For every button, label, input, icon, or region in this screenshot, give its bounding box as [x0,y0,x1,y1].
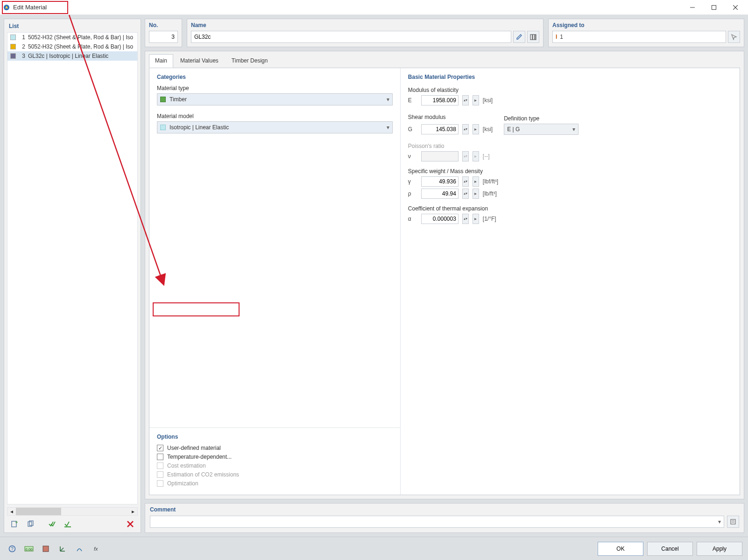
tab-main[interactable]: Main [149,54,173,68]
modulus-label: Modulus of elasticity [408,87,732,93]
delete-button[interactable] [124,518,137,530]
assigned-input[interactable]: I 1 [552,31,726,43]
tab-timber-design[interactable]: Timber Design [226,54,274,68]
properties-title: Basic Material Properties [408,74,732,80]
tool-button-1[interactable] [73,543,86,555]
no-input[interactable] [149,31,178,43]
svg-text:?: ? [11,546,14,552]
list-header: List [4,19,141,32]
next-icon[interactable]: ▸ [473,176,479,187]
swatch-icon [10,44,16,49]
no-field: No. [145,19,182,47]
checkbox-icon [157,462,163,469]
next-icon[interactable]: ▸ [473,214,479,224]
ok-button[interactable]: OK [598,542,643,556]
gamma-input[interactable] [421,176,459,187]
comment-edit-icon[interactable] [727,516,739,528]
swatch-icon [10,53,16,59]
alpha-input[interactable] [421,214,459,224]
checkbox-icon[interactable] [157,454,163,460]
edit-name-icon[interactable] [513,31,525,43]
list-item[interactable]: 3 GL32c | Isotropic | Linear Elastic [7,51,137,61]
option-user-defined[interactable]: User-defined material [157,445,393,451]
pick-assigned-icon[interactable] [728,31,740,43]
svg-rect-16 [731,519,735,524]
next-icon[interactable]: ▸ [473,189,479,199]
copy-item-button[interactable] [24,518,37,530]
checkbox-icon [157,471,163,478]
g-input[interactable] [421,124,459,134]
material-type-label: Material type [157,85,393,91]
spinner-icon: ▴▾ [462,151,469,161]
new-item-button[interactable] [8,518,21,530]
close-button[interactable] [725,0,746,15]
chevron-down-icon: ▾ [718,518,721,525]
list-item[interactable]: 2 5052-H32 (Sheet & Plate, Rod & Bar) | … [7,42,137,51]
cancel-button[interactable]: Cancel [647,542,693,556]
material-model-select[interactable]: Isotropic | Linear Elastic ▾ [157,121,393,133]
list-toolbar [4,516,141,532]
svg-text:0,00: 0,00 [25,547,33,552]
name-field: Name [187,19,543,47]
check-all-button[interactable] [61,518,74,530]
scroll-right-icon[interactable]: ▸ [129,508,137,515]
checkbox-icon[interactable] [157,445,163,451]
list-item[interactable]: 1 5052-H32 (Sheet & Plate, Rod & Bar) | … [7,33,137,42]
chevron-down-icon: ▾ [387,96,389,103]
horizontal-scrollbar[interactable]: ◂ ▸ [7,507,138,516]
options-title: Options [157,434,393,440]
checkbox-icon [157,480,163,487]
rho-input[interactable] [421,189,459,199]
swatch-icon [160,125,166,130]
units-button[interactable]: 0,00 [22,543,35,555]
material-type-select[interactable]: Timber ▾ [157,93,393,105]
poisson-label: Poisson's ratio [408,143,732,149]
tool-button-2[interactable]: fx [90,543,103,555]
library-icon[interactable] [527,31,539,43]
chevron-down-icon: ▾ [387,124,389,131]
svg-rect-23 [43,546,49,552]
name-input[interactable] [191,31,511,43]
svg-line-26 [60,548,64,551]
list-panel: List 1 5052-H32 (Sheet & Plate, Rod & Ba… [4,19,141,533]
next-icon[interactable]: ▸ [473,95,479,105]
check-button[interactable] [45,518,58,530]
scroll-left-icon[interactable]: ◂ [7,508,16,515]
tab-material-values[interactable]: Material Values [174,54,225,68]
option-cost-estimation: Cost estimation [157,462,393,469]
next-icon: ▸ [473,151,479,161]
nu-input [421,151,459,161]
option-optimization: Optimization [157,480,393,487]
coord-button[interactable] [56,543,69,555]
svg-rect-13 [530,35,532,40]
tab-strip: Main Material Values Timber Design [145,51,744,68]
categories-title: Categories [157,74,393,80]
spinner-icon[interactable]: ▴▾ [462,124,469,134]
maximize-button[interactable] [703,0,725,15]
dialog-footer: ? 0,00 fx OK Cancel Apply [0,537,748,560]
svg-text:fx: fx [94,546,98,552]
spinner-icon[interactable]: ▴▾ [462,176,469,187]
e-input[interactable] [421,95,459,105]
color-button[interactable] [39,543,52,555]
swatch-icon [160,97,166,102]
chevron-down-icon: ▾ [572,126,575,133]
definition-type-select[interactable]: E | G ▾ [504,124,579,135]
assigned-field: Assigned to I 1 [548,19,744,47]
window-title: Edit Material [13,4,47,11]
shear-label: Shear modulus [408,114,493,120]
spinner-icon[interactable]: ▴▾ [462,189,469,199]
material-list[interactable]: 1 5052-H32 (Sheet & Plate, Rod & Bar) | … [7,32,138,504]
svg-rect-14 [533,35,535,40]
apply-button[interactable]: Apply [697,542,742,556]
next-icon[interactable]: ▸ [473,124,479,134]
comment-input[interactable]: ▾ [150,516,724,528]
minimize-button[interactable] [682,0,703,15]
svg-rect-2 [712,5,716,9]
help-button[interactable]: ? [6,543,19,555]
thermal-label: Coefficient of thermal expansion [408,205,732,212]
spinner-icon[interactable]: ▴▾ [462,95,469,105]
option-temperature-dependent[interactable]: Temperature-dependent... [157,454,393,460]
spinner-icon[interactable]: ▴▾ [462,214,469,224]
beam-icon: I [556,34,557,40]
